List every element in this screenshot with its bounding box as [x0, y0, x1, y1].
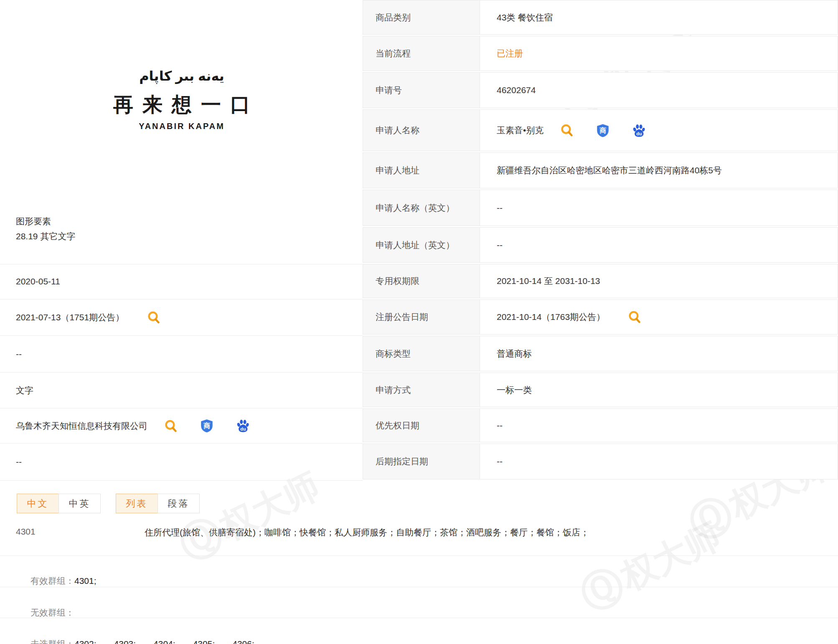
- agency-name: 乌鲁木齐天知恒信息科技有限公司: [16, 420, 147, 432]
- valid-groups-value: 4301;: [74, 576, 96, 586]
- goods-services-list: 住所代理(旅馆、供膳寄宿处)；咖啡馆；快餐馆；私人厨师服务；自助餐厅；茶馆；酒吧…: [145, 527, 589, 538]
- figurative-code: 28.19 其它文字: [16, 229, 75, 244]
- field-value: 普通商标: [480, 336, 838, 371]
- field-label: 申请人名称（英文）: [363, 190, 480, 226]
- tab-list-view[interactable]: 列表: [116, 494, 158, 513]
- field-label: 商品类别: [363, 0, 480, 34]
- figurative-elements: 图形要素 28.19 其它文字: [16, 214, 75, 244]
- field-value: 46202674: [480, 73, 838, 108]
- trademark-detail-page: Ⓠ权大师 Ⓠ权大师 Ⓠ权大师 Ⓠ权大师 يەنە بىر كاپام 再来想一口…: [0, 0, 838, 644]
- applicant-name-row: 申请人名称 玉素音•别克 商 du: [363, 109, 838, 151]
- empty-value: --: [16, 349, 22, 359]
- table-row: 申请方式 一标一类: [363, 373, 838, 407]
- first-gazette-date: 2021-07-13（1751期公告）: [16, 312, 124, 323]
- search-icon[interactable]: [628, 310, 641, 324]
- registration-gazette-value: 2021-10-14（1763期公告）: [480, 300, 838, 334]
- status-badge: 已注册: [480, 36, 838, 71]
- baidu-icon[interactable]: du: [632, 124, 646, 137]
- table-row: 申请人名称（英文） --: [363, 190, 838, 226]
- field-label: 商标类型: [363, 336, 480, 371]
- registration-gazette-row: 注册公告日期 2021-10-14（1763期公告）: [363, 299, 838, 335]
- table-row: 专用权期限 2021-10-14 至 2031-10-13: [363, 264, 838, 298]
- divider: [0, 587, 838, 587]
- valid-groups-label: 有效群组：: [30, 576, 74, 586]
- empty-value-row: --: [0, 444, 363, 481]
- empty-value: --: [16, 457, 22, 467]
- agency-row: 乌鲁木齐天知恒信息科技有限公司 商 du: [0, 408, 363, 444]
- trademark-badge-icon[interactable]: 商: [597, 124, 609, 137]
- trademark-summary-panel: يەنە بىر كاپام 再来想一口 YANABIR KAPAM 图形要素 …: [0, 0, 363, 481]
- table-row: 申请号 46202674: [363, 72, 838, 108]
- field-label: 申请人地址: [363, 153, 480, 188]
- field-value: --: [480, 444, 838, 479]
- table-row: 商标类型 普通商标: [363, 336, 838, 371]
- search-icon[interactable]: [560, 124, 574, 137]
- invalid-groups-label: 无效群组：: [30, 608, 74, 617]
- table-row: 商品类别 43类 餐饮住宿: [363, 0, 838, 35]
- table-row: 申请人地址（英文） --: [363, 227, 838, 263]
- trademark-detail-table: 商品类别 43类 餐饮住宿 当前流程 已注册 申请号 46202674 申请人名…: [363, 0, 838, 481]
- trademark-form-row: 文字: [0, 373, 363, 408]
- tab-chinese-english[interactable]: 中英: [58, 494, 101, 513]
- goods-group-code: 4301: [16, 527, 58, 538]
- divider: [0, 555, 838, 556]
- field-label: 申请人地址（英文）: [363, 228, 480, 262]
- field-label: 优先权日期: [363, 409, 480, 442]
- baidu-icon[interactable]: du: [236, 419, 250, 433]
- field-value: 43类 餐饮住宿: [480, 0, 838, 34]
- field-label: 后期指定日期: [363, 444, 480, 479]
- applicant-name-value: 玉素音•别克 商 du: [480, 110, 838, 151]
- application-date: 2020-05-11: [16, 276, 60, 287]
- applicant-address: 新疆维吾尔自治区哈密地区哈密市三道岭西河南路40栋5号: [480, 153, 838, 188]
- applicant-name: 玉素音•别克: [497, 124, 543, 136]
- svg-text:商: 商: [203, 422, 210, 429]
- field-value: --: [480, 409, 838, 442]
- table-row: 申请人地址 新疆维吾尔自治区哈密地区哈密市三道岭西河南路40栋5号: [363, 152, 838, 188]
- search-icon[interactable]: [164, 419, 178, 433]
- goods-services-section: 中文 中英 列表 段落 4301 住所代理(旅馆、供膳寄宿处)；咖啡馆；快餐馆；…: [0, 481, 838, 644]
- language-tab-group: 中文 中英: [17, 494, 101, 513]
- field-label: 专用权期限: [363, 264, 480, 298]
- valid-groups-row: 有效群组：4301;: [16, 565, 96, 597]
- registration-gazette-date: 2021-10-14（1763期公告）: [497, 311, 605, 323]
- view-tab-group: 列表 段落: [116, 494, 200, 513]
- trademark-image: يەنە بىر كاپام 再来想一口 YANABIR KAPAM: [54, 63, 309, 133]
- tab-chinese[interactable]: 中文: [17, 494, 59, 513]
- svg-text:商: 商: [599, 127, 606, 134]
- unselected-groups-label: 未选群组：: [30, 639, 74, 644]
- table-row: 当前流程 已注册: [363, 36, 838, 71]
- table-row: 优先权日期 --: [363, 408, 838, 442]
- field-label: 当前流程: [363, 36, 480, 71]
- application-date-row: 2020-05-11: [0, 264, 363, 299]
- table-row: 后期指定日期 --: [363, 444, 838, 479]
- first-gazette-row: 2021-07-13（1751期公告）: [0, 299, 363, 336]
- field-label: 申请人名称: [363, 110, 480, 151]
- search-icon[interactable]: [147, 311, 160, 324]
- tabs-row: 中文 中英 列表 段落: [17, 494, 200, 513]
- exclusive-right-period: 2021-10-14 至 2031-10-13: [480, 264, 838, 298]
- goods-group-row: 4301 住所代理(旅馆、供膳寄宿处)；咖啡馆；快餐馆；私人厨师服务；自助餐厅；…: [16, 527, 822, 538]
- tab-group-spacer: [101, 494, 116, 513]
- trademark-latin-text: YANABIR KAPAM: [54, 119, 309, 133]
- figurative-label: 图形要素: [16, 214, 75, 229]
- trademark-arabic-text: يەنە بىر كاپام: [54, 63, 309, 89]
- divider: [0, 618, 838, 618]
- field-value: 一标一类: [480, 373, 838, 407]
- trademark-badge-icon[interactable]: 商: [201, 419, 213, 433]
- unselected-groups-value: 4302; 4303; 4304; 4305; 4306;: [74, 639, 254, 644]
- field-label: 申请方式: [363, 373, 480, 407]
- svg-text:du: du: [240, 426, 246, 431]
- tab-paragraph-view[interactable]: 段落: [157, 494, 200, 513]
- trademark-form: 文字: [16, 385, 33, 396]
- field-label: 注册公告日期: [363, 300, 480, 334]
- field-label: 申请号: [363, 73, 480, 108]
- empty-value-row: --: [0, 336, 363, 373]
- field-value: --: [480, 190, 838, 226]
- field-value: --: [480, 228, 838, 262]
- unselected-groups-row: 未选群组：4302; 4303; 4304; 4305; 4306;: [16, 628, 254, 644]
- svg-text:du: du: [637, 131, 642, 136]
- trademark-chinese-text: 再来想一口: [54, 89, 309, 119]
- invalid-groups-row: 无效群组：: [16, 597, 74, 629]
